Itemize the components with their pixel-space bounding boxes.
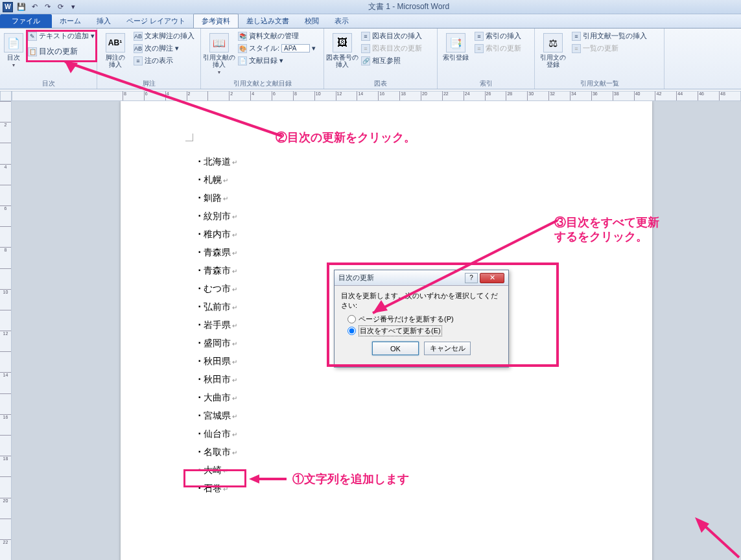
list-item[interactable]: 秋田県↵ [198, 353, 237, 371]
ruler-mark: 8 [123, 91, 144, 100]
dialog-close-button[interactable]: ✕ [480, 273, 504, 283]
list-item[interactable]: 札幌↵ [198, 171, 237, 189]
insert-index-button[interactable]: ≡索引の挿入 [473, 30, 523, 41]
tab-mailings[interactable]: 差し込み文書 [239, 14, 297, 28]
ruler-mark: 14 [0, 372, 11, 393]
ruler-mark: 28 [506, 91, 527, 100]
insert-endnote-button[interactable]: AB文末脚注の挿入 [132, 30, 196, 41]
list-item[interactable]: 紋別市↵ [198, 207, 237, 226]
tof-icon: ≡ [361, 32, 370, 41]
tab-home[interactable]: ホーム [52, 14, 89, 28]
list-item[interactable]: 盛岡市↵ [198, 334, 237, 353]
ruler-mark [0, 226, 11, 247]
next-footnote-button[interactable]: AB次の脚注 ▾ [132, 43, 196, 54]
ruler-mark: 8 [0, 247, 11, 268]
add-text-label: テキストの追加 [39, 31, 89, 41]
tab-file[interactable]: ファイル [0, 14, 52, 28]
insert-tof-button[interactable]: ≡図表目次の挿入 [359, 30, 424, 41]
dialog-message: 目次を更新します。次のいずれかを選択してください: [341, 291, 502, 310]
ruler-vertical[interactable]: 246810121416182022 [0, 101, 12, 560]
ruler-mark: 20 [0, 498, 11, 519]
ruler-mark: 32 [548, 91, 570, 100]
manage-sources-button[interactable]: 📚資料文献の管理 [236, 30, 318, 41]
ruler-mark: 4 [0, 164, 11, 185]
radio-entire-toc-input[interactable] [347, 327, 356, 335]
manage-sources-label: 資料文献の管理 [249, 31, 299, 41]
ruler-mark: 22 [0, 539, 11, 560]
update-tof-button[interactable]: ≡図表目次の更新 [359, 43, 424, 54]
list-item[interactable]: 岩手県↵ [198, 316, 237, 334]
dialog-titlebar[interactable]: 目次の更新 ? ✕ [335, 270, 508, 286]
tab-page-layout[interactable]: ページ レイアウト [119, 14, 193, 28]
update-toc-button[interactable]: 📋目次の更新 [26, 45, 97, 58]
ruler-mark: 20 [421, 91, 442, 100]
ruler-mark: 10 [314, 91, 336, 100]
list-item[interactable]: 石巻↵ [198, 480, 237, 498]
list-item[interactable]: 秋田市↵ [198, 371, 237, 389]
list-item[interactable]: 大曲市↵ [198, 389, 237, 407]
tab-insert[interactable]: 挿入 [89, 14, 119, 28]
style-value[interactable]: APA [281, 44, 310, 52]
list-item[interactable]: 仙台市↵ [198, 425, 237, 443]
qat-undo-icon[interactable]: ↶ [29, 1, 40, 13]
group-label-toc: 目次 [0, 79, 97, 88]
list-item[interactable]: 青森県↵ [198, 244, 237, 262]
document-content[interactable]: 北海道↵札幌↵釧路↵紋別市↵稚内市↵青森県↵青森市↵むつ市↵弘前市↵岩手県↵盛岡… [198, 153, 237, 498]
radio-page-numbers-only[interactable]: ページ番号だけを更新する(P) [347, 314, 502, 324]
add-text-button[interactable]: ✎テキストの追加 ▾ [26, 30, 97, 41]
qat-redo-icon[interactable]: ↷ [41, 1, 53, 13]
list-item[interactable]: 名取市↵ [198, 443, 237, 461]
update-toa-icon: ≡ [572, 44, 581, 53]
qat-dropdown-icon[interactable]: ▾ [67, 1, 79, 13]
list-item[interactable]: 宮城県↵ [198, 407, 237, 425]
ruler-horizontal[interactable]: 8642246810121416182022242628303234363840… [12, 91, 741, 101]
list-item[interactable]: 釧路↵ [198, 189, 237, 207]
qat-refresh-icon[interactable]: ⟳ [54, 1, 66, 13]
mark-index-label: 索引登録 [443, 54, 469, 61]
tab-view[interactable]: 表示 [327, 14, 357, 28]
radio-update-entire-toc[interactable]: 目次をすべて更新する(E) [347, 325, 502, 336]
word-app-icon: W [3, 2, 13, 12]
dialog-title: 目次の更新 [338, 273, 465, 283]
insert-toa-button[interactable]: ≡引用文献一覧の挿入 [570, 30, 649, 41]
ruler-mark [0, 101, 11, 122]
radio-entire-toc-label: 目次をすべて更新する(E) [359, 325, 442, 336]
ribbon: 📄 目次 ▾ ✎テキストの追加 ▾ 📋目次の更新 目次 AB¹ 脚注の 挿入 A… [0, 29, 741, 89]
manage-sources-icon: 📚 [238, 32, 247, 41]
dialog-cancel-button[interactable]: キャンセル [424, 342, 471, 355]
tab-references[interactable]: 参考資料 [193, 14, 239, 28]
ruler-mark [207, 91, 229, 100]
dialog-ok-button[interactable]: OK [372, 342, 419, 355]
ruler-mark: 40 [634, 91, 655, 100]
group-label-authorities: 引用文献一覧 [535, 79, 664, 88]
list-item[interactable]: 青森市↵ [198, 262, 237, 280]
update-toa-button[interactable]: ≡一覧の更新 [570, 43, 649, 54]
update-index-icon: ≡ [475, 44, 484, 53]
mark-citation-label: 引用文の 登録 [540, 54, 566, 68]
list-item[interactable]: 大崎↵ [198, 461, 237, 480]
list-item[interactable]: 北海道↵ [198, 153, 237, 171]
group-label-citations: 引用文献と文献目録 [201, 79, 323, 88]
list-item[interactable]: 弘前市↵ [198, 298, 237, 316]
update-toc-dialog: 目次の更新 ? ✕ 目次を更新します。次のいずれかを選択してください: ページ番… [334, 270, 509, 368]
show-notes-button[interactable]: ≡注の表示 [132, 55, 196, 66]
style-combo[interactable]: 🎨スタイル: APA▾ [236, 43, 318, 54]
ruler-mark: 38 [613, 91, 634, 100]
ruler-mark: 10 [0, 289, 11, 310]
dialog-help-button[interactable]: ? [465, 273, 478, 283]
update-index-label: 索引の更新 [486, 43, 521, 53]
qat-save-icon[interactable]: 💾 [16, 1, 27, 13]
ruler-mark: 4 [250, 91, 272, 100]
add-text-icon: ✎ [28, 32, 37, 41]
cross-ref-button[interactable]: 🔗相互参照 [359, 55, 424, 66]
ruler-mark: 34 [570, 91, 591, 100]
radio-page-numbers-input[interactable] [347, 315, 356, 323]
list-item[interactable]: 稚内市↵ [198, 226, 237, 244]
list-item[interactable]: むつ市↵ [198, 280, 237, 298]
toa-icon: ≡ [572, 32, 581, 41]
mark-citation-icon: ⚖ [543, 33, 563, 52]
tab-review[interactable]: 校閲 [297, 14, 327, 28]
cross-ref-label: 相互参照 [372, 56, 401, 65]
bibliography-button[interactable]: 📄文献目録 ▾ [236, 55, 318, 66]
update-index-button[interactable]: ≡索引の更新 [473, 43, 523, 54]
